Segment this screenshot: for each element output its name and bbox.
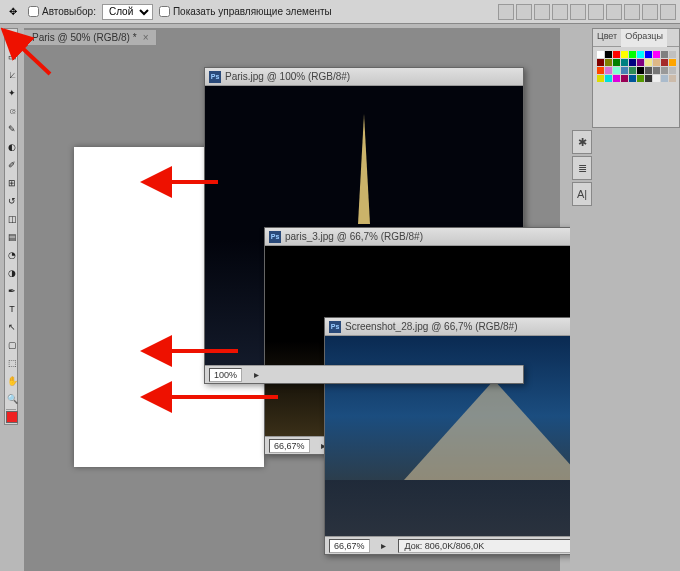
- swatch[interactable]: [669, 51, 676, 58]
- move-tool[interactable]: ✥: [6, 30, 18, 48]
- zoom-field[interactable]: 100%: [209, 368, 242, 382]
- zoom-field[interactable]: 66,67%: [329, 539, 370, 553]
- swatch[interactable]: [669, 75, 676, 82]
- document-tab-bar: Paris @ 50% (RGB/8) * ×: [24, 28, 560, 47]
- swatch[interactable]: [637, 59, 644, 66]
- blur-tool[interactable]: ◔: [6, 246, 18, 264]
- document-tab[interactable]: Paris @ 50% (RGB/8) * ×: [24, 30, 157, 45]
- align-center-h-button[interactable]: [516, 4, 532, 20]
- swatch[interactable]: [605, 59, 612, 66]
- character-icon[interactable]: A|: [572, 182, 592, 206]
- autoselect-checkbox[interactable]: Автовыбор:: [28, 6, 96, 17]
- healing-tool[interactable]: ◐: [6, 138, 18, 156]
- swatch[interactable]: [605, 51, 612, 58]
- swatch[interactable]: [597, 75, 604, 82]
- zoom-tool[interactable]: 🔍: [6, 390, 18, 408]
- dodge-tool[interactable]: ◑: [6, 264, 18, 282]
- panel-tabs: Цвет Образцы: [593, 29, 679, 47]
- lasso-tool[interactable]: ⟀: [6, 66, 18, 84]
- swatch[interactable]: [629, 59, 636, 66]
- swatch[interactable]: [597, 67, 604, 74]
- swatch[interactable]: [645, 75, 652, 82]
- tab-swatches[interactable]: Образцы: [621, 29, 667, 47]
- wand-tool[interactable]: ✦: [6, 84, 18, 102]
- swatch[interactable]: [645, 67, 652, 74]
- auto-align-button[interactable]: [660, 4, 676, 20]
- swatch[interactable]: [653, 75, 660, 82]
- align-left-button[interactable]: [498, 4, 514, 20]
- layer-select[interactable]: Слой: [102, 4, 153, 20]
- gradient-tool[interactable]: ▤: [6, 228, 18, 246]
- swatch[interactable]: [669, 59, 676, 66]
- swatch[interactable]: [661, 59, 668, 66]
- swatch[interactable]: [645, 51, 652, 58]
- marquee-tool[interactable]: ▭: [6, 48, 18, 66]
- collapsed-panel-stack: ✱≣A|: [570, 128, 594, 208]
- history-icon[interactable]: ≣: [572, 156, 592, 180]
- brush-tool[interactable]: ✐: [6, 156, 18, 174]
- swatch[interactable]: [613, 67, 620, 74]
- swatch[interactable]: [629, 75, 636, 82]
- ps-icon: Ps: [209, 71, 221, 83]
- crop-tool[interactable]: ⟃: [6, 102, 18, 120]
- swatch[interactable]: [637, 67, 644, 74]
- swatch[interactable]: [621, 59, 628, 66]
- distribute-h-button[interactable]: [606, 4, 622, 20]
- document-tab-label: Paris @ 50% (RGB/8) *: [32, 32, 137, 43]
- status-menu-icon[interactable]: ▸: [378, 540, 390, 551]
- show-controls-checkbox[interactable]: Показать управляющие элементы: [159, 6, 332, 17]
- stamp-tool[interactable]: ⊞: [6, 174, 18, 192]
- shape-tool[interactable]: ▢: [6, 336, 18, 354]
- right-panel-dock: ✱≣A| Цвет Образцы: [570, 28, 680, 571]
- pen-tool[interactable]: ✒: [6, 282, 18, 300]
- window-titlebar[interactable]: Ps paris_3.jpg @ 66,7% (RGB/8#): [265, 228, 583, 246]
- foreground-color[interactable]: [6, 411, 18, 423]
- swatch[interactable]: [661, 75, 668, 82]
- status-menu-icon[interactable]: ▸: [250, 369, 262, 380]
- swatch[interactable]: [629, 51, 636, 58]
- swatch[interactable]: [629, 67, 636, 74]
- window-titlebar[interactable]: Ps Paris.jpg @ 100% (RGB/8#): [205, 68, 523, 86]
- align-top-button[interactable]: [552, 4, 568, 20]
- swatch[interactable]: [621, 67, 628, 74]
- 3d-tool[interactable]: ⬚: [6, 354, 18, 372]
- swatch[interactable]: [653, 51, 660, 58]
- eraser-tool[interactable]: ◫: [6, 210, 18, 228]
- swatch[interactable]: [605, 67, 612, 74]
- eyedropper-tool[interactable]: ✎: [6, 120, 18, 138]
- align-center-v-button[interactable]: [570, 4, 586, 20]
- distribute-spacing-button[interactable]: [642, 4, 658, 20]
- close-icon[interactable]: ×: [143, 32, 149, 43]
- swatch[interactable]: [661, 51, 668, 58]
- hand-tool[interactable]: ✋: [6, 372, 18, 390]
- swatch[interactable]: [637, 51, 644, 58]
- swatch[interactable]: [613, 59, 620, 66]
- swatch[interactable]: [637, 75, 644, 82]
- ps-icon: Ps: [269, 231, 281, 243]
- swatch[interactable]: [597, 51, 604, 58]
- path-tool[interactable]: ↖: [6, 318, 18, 336]
- swatch[interactable]: [597, 59, 604, 66]
- swatch[interactable]: [613, 51, 620, 58]
- swatch-grid: [593, 47, 679, 86]
- swatch[interactable]: [621, 51, 628, 58]
- swatch[interactable]: [669, 67, 676, 74]
- swatch[interactable]: [621, 75, 628, 82]
- toolbox: ✥▭⟀✦⟃✎◐✐⊞↺◫▤◔◑✒T↖▢⬚✋🔍: [4, 28, 18, 425]
- navigator-icon[interactable]: ✱: [572, 130, 592, 154]
- tab-color[interactable]: Цвет: [593, 29, 621, 46]
- window-title: paris_3.jpg @ 66,7% (RGB/8#): [285, 231, 579, 242]
- swatch[interactable]: [645, 59, 652, 66]
- swatch[interactable]: [653, 59, 660, 66]
- align-bottom-button[interactable]: [588, 4, 604, 20]
- swatch[interactable]: [653, 67, 660, 74]
- move-icon: ✥: [4, 3, 22, 21]
- history-brush-tool[interactable]: ↺: [6, 192, 18, 210]
- distribute-v-button[interactable]: [624, 4, 640, 20]
- type-tool[interactable]: T: [6, 300, 18, 318]
- zoom-field[interactable]: 66,67%: [269, 439, 310, 453]
- swatch[interactable]: [613, 75, 620, 82]
- align-right-button[interactable]: [534, 4, 550, 20]
- swatch[interactable]: [661, 67, 668, 74]
- swatch[interactable]: [605, 75, 612, 82]
